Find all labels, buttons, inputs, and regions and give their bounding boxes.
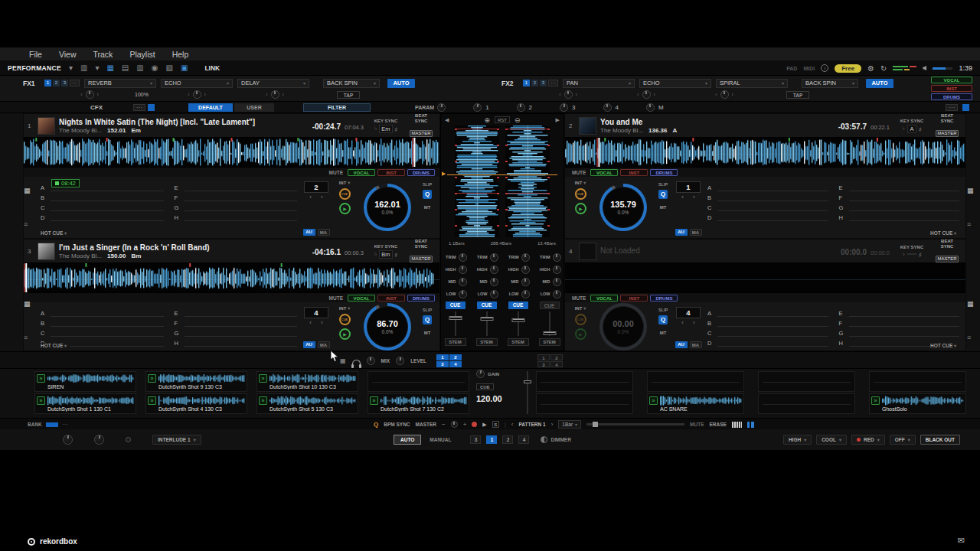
sampler-slot[interactable]: »DutchSynth Shot 4 130 C3 xyxy=(145,393,247,414)
cfx-filter-select[interactable]: FILTER xyxy=(303,103,371,112)
fx-knob[interactable] xyxy=(720,90,729,99)
hot-cue-slot-D[interactable]: D xyxy=(707,337,828,347)
hot-cue-slot-E[interactable]: E xyxy=(175,182,298,191)
lighting-knob-1[interactable] xyxy=(63,435,73,445)
hot-cue-slot-A[interactable]: A xyxy=(41,308,164,317)
fader-handle[interactable] xyxy=(543,331,556,335)
fx-assign-3[interactable]: 3 xyxy=(540,80,547,86)
menu-view[interactable]: View xyxy=(59,50,77,59)
fx-slot-1-select[interactable]: REVERB▾ xyxy=(84,79,156,88)
cfx-active-icon[interactable] xyxy=(148,104,155,111)
hot-cue-slot-B[interactable]: B xyxy=(41,318,164,327)
pad-grid-icon[interactable]: ▦ xyxy=(967,187,974,194)
lighting-preset-high[interactable]: HIGH▾ xyxy=(783,435,812,445)
hot-cue-slot-B[interactable]: B xyxy=(707,192,828,201)
monitor-pad-4[interactable]: 4 xyxy=(449,361,462,367)
slip-button[interactable]: SLIP xyxy=(423,182,432,187)
cfx-channel-knob[interactable] xyxy=(517,103,525,112)
fx-beat-up-icon[interactable]: › xyxy=(732,92,733,97)
hot-cue-slot-C[interactable]: C xyxy=(41,202,164,211)
manual-loop-button[interactable]: MA xyxy=(318,229,330,236)
track-waveform[interactable] xyxy=(565,262,965,293)
high-knob[interactable] xyxy=(459,266,467,274)
channel-fader[interactable] xyxy=(507,311,530,336)
cfx-channel-knob[interactable] xyxy=(473,103,482,112)
keyboard-icon[interactable] xyxy=(732,422,742,428)
layout-dropdown-icon[interactable]: ▾ xyxy=(95,64,99,72)
monitor-pad-b-1[interactable]: 1 xyxy=(537,354,550,360)
beat-sync-button2[interactable]: SYNC xyxy=(933,119,962,124)
performance-mode-select[interactable]: PERFORMANCE xyxy=(8,64,61,72)
play-button[interactable]: ▶ xyxy=(339,203,351,214)
channel-stem-button[interactable]: STEM xyxy=(476,338,498,346)
lighting-preset-red[interactable]: RED▾ xyxy=(851,435,885,445)
seq-solo-button[interactable]: S xyxy=(492,421,499,428)
mid-knob[interactable] xyxy=(521,278,530,286)
hot-cue-slot-H[interactable]: H xyxy=(839,212,960,221)
lighting-panel-icon[interactable]: ▣ xyxy=(181,64,188,72)
key-flat-icon[interactable]: ♭ xyxy=(374,251,377,257)
cfx-user-button[interactable]: USER xyxy=(234,103,274,112)
stem-vocal-button[interactable]: VOCAL xyxy=(348,169,375,176)
trim-knob[interactable] xyxy=(553,253,561,262)
fx-assign-3[interactable]: 3 xyxy=(61,80,68,86)
key-sharp-icon[interactable]: ♯ xyxy=(395,252,398,257)
stem-drums-button[interactable]: DRUMS xyxy=(407,169,435,176)
beat-sync-button[interactable]: BEAT xyxy=(933,113,962,119)
fx-beat-up-icon[interactable]: › xyxy=(654,92,655,97)
fx-slot-3-select[interactable]: SPIRAL▾ xyxy=(716,79,788,88)
high-knob[interactable] xyxy=(553,266,561,274)
sampler-slot[interactable]: »DutchSynth Shot 9 130 C3 xyxy=(145,371,247,392)
master-tempo-button[interactable]: MT xyxy=(660,205,667,210)
stem-drums-button[interactable]: DRUMS xyxy=(407,295,435,302)
cue-button[interactable]: CUE xyxy=(575,314,586,325)
hot-cue-slot-G[interactable]: G xyxy=(175,328,298,337)
hot-cue-slot-C[interactable]: C xyxy=(41,328,164,337)
channel-fader[interactable] xyxy=(538,311,561,336)
trim-knob[interactable] xyxy=(459,253,467,262)
key-sync-button[interactable]: KEY SYNC xyxy=(369,119,403,123)
key-sync-button[interactable]: KEY SYNC xyxy=(895,245,929,249)
bar-length-select[interactable]: 1Bar▾ xyxy=(558,420,581,429)
fx-assign-more-icon[interactable]: ⋯ xyxy=(70,80,80,86)
sample-play-icon[interactable]: » xyxy=(259,396,267,405)
key-sync-button[interactable]: KEY SYNC xyxy=(895,119,929,123)
seq-erase-button[interactable]: ERASE xyxy=(709,422,726,427)
hot-cue-slot-F[interactable]: F xyxy=(839,318,960,327)
pattern-next-button[interactable]: › xyxy=(551,421,554,428)
beat-sync-button2[interactable]: SYNC xyxy=(407,244,436,249)
stem-vocal-button[interactable]: VOCAL xyxy=(590,169,618,176)
lighting-knob-2[interactable] xyxy=(94,435,104,445)
hot-cue-slot-A[interactable]: A xyxy=(707,308,828,317)
fx-beat-up-icon[interactable]: › xyxy=(576,92,577,97)
fx-beat-down-icon[interactable]: ‹ xyxy=(715,92,717,97)
fx-knob[interactable] xyxy=(564,90,573,99)
fx-stem-inst-button[interactable]: INST xyxy=(931,85,972,92)
master-button[interactable]: MASTER xyxy=(936,256,958,262)
channel-cue-button[interactable]: CUE xyxy=(477,302,497,309)
stem-inst-button[interactable]: INST xyxy=(620,169,648,176)
fx-assign-2[interactable]: 2 xyxy=(531,80,538,86)
fx-auto-button[interactable]: AUTO xyxy=(866,79,893,88)
link-button[interactable]: LINK xyxy=(204,64,220,72)
sampler-gain-knob[interactable] xyxy=(476,370,485,378)
stem-inst-button[interactable]: INST xyxy=(620,295,648,302)
low-knob[interactable] xyxy=(459,290,467,298)
sampler-slot-empty[interactable] xyxy=(647,371,744,392)
jog-wheel[interactable]: 135.790.0% xyxy=(599,184,647,231)
zoom-reset-button[interactable]: RST xyxy=(495,116,510,123)
lighting-deck-2[interactable]: 2 xyxy=(502,435,513,444)
cfx-master-button[interactable]: M xyxy=(658,104,664,111)
stem-mute-button[interactable]: MUTE xyxy=(572,170,586,175)
fx-slot-3-select[interactable]: DELAY▾ xyxy=(237,79,309,88)
hot-cue-slot-F[interactable]: F xyxy=(839,192,960,201)
channel-cue-button[interactable]: CUE xyxy=(508,302,528,309)
slip-button[interactable]: SLIP xyxy=(423,308,432,312)
fx-beat-down-icon[interactable]: ‹ xyxy=(559,92,560,97)
channel-cue-button[interactable]: CUE xyxy=(540,302,560,309)
sampler-slot[interactable]: »DutchSynth Shot 5 130 C3 xyxy=(256,393,358,414)
manual-loop-button[interactable]: MA xyxy=(690,341,702,348)
beat-sync-button2[interactable]: SYNC xyxy=(407,119,436,124)
beat-sync-button[interactable]: BEAT xyxy=(407,239,436,244)
cue-button[interactable]: CUE xyxy=(575,188,586,200)
